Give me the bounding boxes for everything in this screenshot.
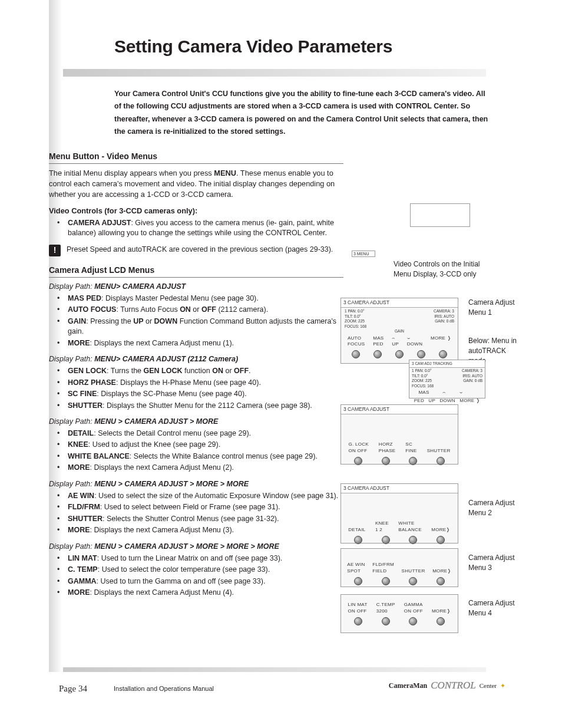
list-camera-adjust: CAMERA ADJUST: Gives you access to the c… xyxy=(49,218,343,239)
lcd1-pan: 1 PAN: 0.0° xyxy=(345,309,399,314)
path-3: Display Path: MENU > CAMERA ADJUST > MOR… xyxy=(49,417,343,427)
footer-bar xyxy=(63,667,486,672)
footer-manual: Installation and Operations Manual xyxy=(114,684,214,693)
item-more4: MORE: Displays the next Camera Adjust Me… xyxy=(68,588,343,598)
page-number: Page 34 xyxy=(59,683,87,694)
list-path4: AE WIN: Used to select the size of the A… xyxy=(49,491,343,536)
alert-icon: ! xyxy=(49,245,61,256)
item-white-balance: WHITE BALANCE: Selects the White Balance… xyxy=(68,452,343,462)
lcd1-header: 3 CAMERA ADJUST xyxy=(341,298,458,308)
lcd1-focus: FOCUS: 168 xyxy=(345,324,399,329)
item-lin-mat: LIN MAT: Used to turn the Linear Matrix … xyxy=(68,554,343,564)
note-text: Preset Speed and autoTRACK are covered i… xyxy=(67,245,333,255)
caption-menu4: Camera Adjust Menu 4 xyxy=(468,598,521,618)
caption-menu3: Camera Adjust Menu 3 xyxy=(468,553,521,573)
caption-menu2: Camera Adjust Menu 2 xyxy=(468,498,521,518)
path-2: Display Path: MENU> CAMERA ADJUST (2112 … xyxy=(49,354,343,364)
sub-video-controls: Video Controls (for 3-CCD cameras only): xyxy=(49,206,343,216)
lcd-menu-glock: 3 CAMERA ADJUST G. LOCKON OFF HORZPHASE … xyxy=(340,404,458,465)
lcd-menu-linmat: LIN MATON OFF C.TEMP3200 GAMMAON OFF MOR… xyxy=(340,594,458,633)
lcd1-zoom: ZOOM: 225 xyxy=(345,319,399,324)
lcd-menu-aewin: AE WINSPOT FLD/FRMFIELD SHUTTER MORE❭ xyxy=(340,548,458,587)
item-sc-fine: SC FINE: Displays the SC-Phase Menu (see… xyxy=(68,389,343,400)
para-menu-intro: The initial Menu display appears when yo… xyxy=(49,168,343,200)
note-row: ! Preset Speed and autoTRACK are covered… xyxy=(49,245,343,256)
heading-menu-button: Menu Button - Video Menus xyxy=(49,151,343,164)
logo-center: Center xyxy=(480,681,497,690)
item-knee: KNEE: Used to adjust the Knee (see page … xyxy=(68,440,343,450)
lcd1-tilt: TILT: 0.0° xyxy=(345,314,399,319)
list-path1: MAS PED: Displays Master Pedestal Menu (… xyxy=(49,294,343,349)
lcdt-header: 3 CAM ADJ TRACKING xyxy=(409,360,485,368)
lcd3-header: 3 CAMERA ADJUST xyxy=(341,484,458,493)
list-path3: DETAIL: Selects the Detail Control menu … xyxy=(49,429,343,473)
item-ae-win: AE WIN: Used to select the size of the A… xyxy=(68,491,343,502)
path-1: Display Path: MENU> CAMERA ADJUST xyxy=(49,282,343,292)
item-mas-ped: MAS PED: Displays Master Pedestal Menu (… xyxy=(68,294,343,304)
path-4: Display Path: MENU > CAMERA ADJUST > MOR… xyxy=(49,479,343,489)
spark-icon: ✦ xyxy=(500,681,505,690)
item-shutter-2112: SHUTTER: Displays the Shutter Menu for t… xyxy=(68,401,343,411)
item-c-temp: C. TEMP: Used to select the color temper… xyxy=(68,565,343,575)
item-gain: GAIN: Pressing the UP or DOWN Function C… xyxy=(68,317,343,337)
logo-cameraman: CameraMan xyxy=(389,681,427,690)
lcd-menu-detail: 3 CAMERA ADJUST DETAIL KNEE1 2 WHITEBALA… xyxy=(340,483,458,543)
list-path2: GEN LOCK: Turns the GEN LOCK function ON… xyxy=(49,366,343,411)
lcd2-header: 3 CAMERA ADJUST xyxy=(341,405,458,414)
lcd1-gaindb: GAIN: 0 dB xyxy=(399,319,454,324)
list-path5: LIN MAT: Used to turn the Linear Matrix … xyxy=(49,554,343,598)
caption-initial: Video Controls on the Initial Menu Displ… xyxy=(394,259,488,279)
item-horz-phase: HORZ PHASE: Displays the H-Phase Menu (s… xyxy=(68,378,343,388)
lcd-tracking: 3 CAM ADJ TRACKING 1 PAN: 0.0° TILT: 0.0… xyxy=(409,360,485,398)
item-auto-focus: AUTO FOCUS: Turns Auto Focus ON or OFF (… xyxy=(68,305,343,315)
item-shutter: SHUTTER: Selects the Shutter Control Men… xyxy=(68,514,343,525)
logo-control: CONTROL xyxy=(431,679,476,693)
item-more3: MORE: Displays the next Camera Adjust Me… xyxy=(68,525,343,536)
item-camera-adjust: CAMERA ADJUST: Gives you access to the c… xyxy=(68,218,343,239)
lcd1-iris: IRIS: AUTO xyxy=(399,314,454,319)
item-fld-frm: FLD/FRM: Used to select between Field or… xyxy=(68,502,343,513)
lcd1-camera: CAMERA: 3 xyxy=(399,309,454,314)
item-more2: MORE: Displays the next Camera Adjust Me… xyxy=(68,463,343,473)
path-5: Display Path: MENU > CAMERA ADJUST > MOR… xyxy=(49,542,343,552)
item-gamma: GAMMA: Used to turn the Gamma on and off… xyxy=(68,577,343,587)
title-underline-bar xyxy=(63,69,486,77)
footer-logo: CameraMan CONTROL Center ✦ xyxy=(389,679,505,693)
caption-menu1: Camera Adjust Menu 1 xyxy=(468,298,521,318)
lcd-tab-3menu: 3 MENU xyxy=(352,251,375,257)
heading-lcd-menus: Camera Adjust LCD Menus xyxy=(49,265,343,278)
lcd-initial-blank xyxy=(410,203,470,227)
page-title: Setting Camera Video Parameters xyxy=(114,35,392,59)
lcd-menu-1: 3 CAMERA ADJUST 1 PAN: 0.0° TILT: 0.0° Z… xyxy=(340,298,458,364)
main-content: Menu Button - Video Menus The initial Me… xyxy=(49,151,343,604)
item-more1: MORE: Displays the next Camera Adjust me… xyxy=(68,338,343,349)
intro-paragraph: Your Camera Control Unit's CCU functions… xyxy=(114,88,494,138)
item-detail: DETAIL: Selects the Detail Control menu … xyxy=(68,429,343,439)
item-gen-lock: GEN LOCK: Turns the GEN LOCK function ON… xyxy=(68,366,343,377)
lcd1-gain-label: GAIN xyxy=(341,329,458,334)
